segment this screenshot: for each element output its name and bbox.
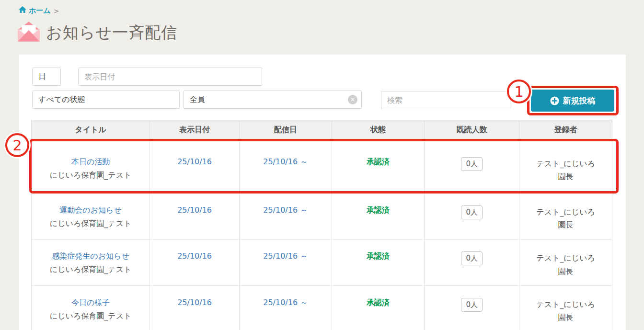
new-post-button-label: 新規投稿 [563,95,596,106]
cell-display-date: 25/10/16 [150,193,240,239]
table-header-row: タイトル 表示日付 配信日 状態 既読人数 登録者 [32,120,612,140]
header-title: タイトル [32,120,150,140]
announcement-subtitle: にじいろ保育園_テスト [36,171,145,181]
table-row: 運動会のお知らせ にじいろ保育園_テスト 25/10/16 25/10/16 ～… [32,193,612,239]
clear-icon[interactable]: ✕ [348,95,357,104]
status-badge: 承認済 [367,205,390,215]
table-body: 本日の活動 にじいろ保育園_テスト 25/10/16 25/10/16 ～ 承認… [32,140,612,330]
table-row: 感染症発生のお知らせ にじいろ保育園_テスト 25/10/16 25/10/16… [32,239,612,285]
cell-title: 運動会のお知らせ にじいろ保育園_テスト [32,193,150,239]
cell-read-count: 0人 [425,285,519,330]
announcement-title-link[interactable]: 感染症発生のお知らせ [52,251,129,261]
audience-filter-select[interactable] [184,91,362,109]
registrant-value: テスト_にじいろ園長 [533,205,599,231]
header-display-date: 表示日付 [150,120,240,140]
read-count-button[interactable]: 0人 [461,157,483,171]
audience-filter-wrap: ✕ [184,91,362,109]
announcements-table: タイトル 表示日付 配信日 状態 既読人数 登録者 本日の活動 にじいろ保育園_… [31,120,612,330]
status-badge: 承認済 [367,298,390,307]
read-count-button[interactable]: 0人 [461,205,483,219]
cell-display-date: 25/10/16 [150,140,240,193]
cell-read-count: 0人 [425,140,519,193]
plus-icon [550,96,559,105]
cell-display-date: 25/10/16 [150,239,240,285]
page-title-text: お知らせ一斉配信 [46,22,177,44]
cell-title: 感染症発生のお知らせ にじいろ保育園_テスト [32,239,150,285]
header-read-count: 既読人数 [425,120,519,140]
cell-status: 承認済 [332,140,425,193]
home-icon [19,6,26,15]
status-badge: 承認済 [367,157,390,166]
announcement-title-link[interactable]: 本日の活動 [71,157,110,166]
delivery-date-value: 25/10/16 ～ [263,205,308,215]
cell-display-date: 25/10/16 [150,285,240,330]
breadcrumb-separator: > [54,7,59,15]
header-registrant: 登録者 [519,120,612,140]
announcement-title-link[interactable]: 今日の様子 [71,298,110,307]
content-panel: ✕ 新規投稿 タイトル 表示日付 配信日 状態 既読人数 登録者 [19,55,626,330]
cell-delivery-date: 25/10/16 ～ [239,140,332,193]
registrant-value: テスト_にじいろ園長 [533,298,599,324]
page-title: お知らせ一斉配信 [17,22,177,44]
cell-title: 本日の活動 にじいろ保育園_テスト [32,140,150,193]
announcement-subtitle: にじいろ保育園_テスト [36,265,145,275]
envelope-icon [17,22,40,44]
display-date-value: 25/10/16 [177,205,212,215]
cell-delivery-date: 25/10/16 ～ [239,285,332,330]
cell-registrant: テスト_にじいろ園長 [519,239,612,285]
cell-delivery-date: 25/10/16 ～ [239,239,332,285]
registrant-value: テスト_にじいろ園長 [533,251,599,277]
breadcrumb-home-label: ホーム [29,6,51,15]
display-date-value: 25/10/16 [177,251,212,261]
announcement-subtitle: にじいろ保育園_テスト [36,219,145,229]
cell-title: 今日の様子 にじいろ保育園_テスト [32,285,150,330]
cell-status: 承認済 [332,193,425,239]
announcement-subtitle: にじいろ保育園_テスト [36,311,145,321]
display-date-value: 25/10/16 [177,157,212,166]
header-status: 状態 [332,120,425,140]
new-post-button[interactable]: 新規投稿 [531,90,614,112]
cell-registrant: テスト_にじいろ園長 [519,285,612,330]
cell-read-count: 0人 [425,239,519,285]
announcement-title-link[interactable]: 運動会のお知らせ [59,205,122,215]
read-count-button[interactable]: 0人 [461,251,483,265]
cell-read-count: 0人 [425,193,519,239]
status-filter-select[interactable] [32,91,180,109]
table-row: 今日の様子 にじいろ保育園_テスト 25/10/16 25/10/16 ～ 承認… [32,285,612,330]
display-date-value: 25/10/16 [177,298,212,307]
day-unit-field[interactable] [32,68,61,86]
cell-registrant: テスト_にじいろ園長 [519,140,612,193]
delivery-date-value: 25/10/16 ～ [263,251,308,261]
cell-delivery-date: 25/10/16 ～ [239,193,332,239]
read-count-button[interactable]: 0人 [461,298,483,312]
registrant-value: テスト_にじいろ園長 [533,157,599,183]
table-row: 本日の活動 にじいろ保育園_テスト 25/10/16 25/10/16 ～ 承認… [32,140,612,193]
status-badge: 承認済 [367,251,390,261]
cell-status: 承認済 [332,285,425,330]
header-delivery-date: 配信日 [239,120,332,140]
search-input[interactable] [381,91,510,109]
delivery-date-value: 25/10/16 ～ [263,298,308,307]
display-date-input[interactable] [78,68,262,86]
breadcrumb-home-link[interactable]: ホーム [19,6,51,15]
delivery-date-value: 25/10/16 ～ [263,157,308,166]
breadcrumb: ホーム > [19,6,59,15]
cell-status: 承認済 [332,239,425,285]
cell-registrant: テスト_にじいろ園長 [519,193,612,239]
